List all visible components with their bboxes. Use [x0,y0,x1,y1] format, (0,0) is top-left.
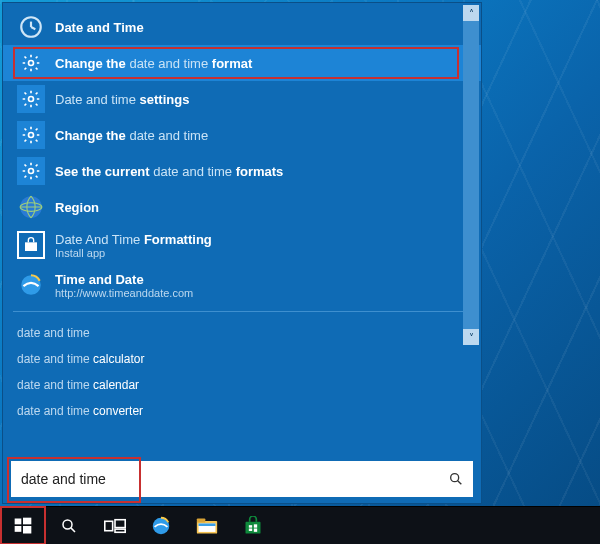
search-icon[interactable] [439,462,473,496]
scroll-down-button[interactable]: ˅ [463,329,479,345]
result-label: Date and time settings [55,92,189,107]
svg-rect-29 [254,524,257,527]
search-suggestion[interactable]: date and time [3,320,481,346]
search-suggestion[interactable]: date and time converter [3,398,481,424]
result-label: Region [55,200,99,215]
svg-line-2 [31,27,35,29]
taskbar [0,506,600,544]
search-result-item[interactable]: Date And Time FormattingInstall app [3,225,481,265]
result-subtitle: http://www.timeanddate.com [55,287,193,299]
svg-rect-30 [249,528,252,531]
taskbar-search-button[interactable] [46,507,92,544]
svg-point-5 [29,133,34,138]
search-bar[interactable] [11,461,473,497]
result-label: Time and Datehttp://www.timeanddate.com [55,272,193,299]
search-suggestion[interactable]: date and time calculator [3,346,481,372]
search-suggestions: date and timedate and time calculatordat… [3,318,481,426]
scroll-up-button[interactable]: ˄ [463,5,479,21]
svg-point-11 [451,474,459,482]
search-result-item[interactable]: Time and Datehttp://www.timeanddate.com [3,265,481,305]
search-result-item[interactable]: Date and Time [3,9,481,45]
result-label: Change the date and time [55,128,208,143]
result-label: See the current date and time formats [55,164,283,179]
search-result-item[interactable]: Change the date and time [3,117,481,153]
taskbar-store-button[interactable] [230,507,276,544]
gear-icon [17,157,45,185]
scrollbar[interactable]: ˄ ˅ [463,5,479,345]
svg-rect-20 [115,519,125,527]
start-search-panel: Date and TimeChange the date and time fo… [2,2,482,504]
svg-rect-19 [105,521,113,530]
svg-point-6 [29,169,34,174]
svg-rect-15 [15,526,22,532]
svg-rect-26 [199,523,216,526]
search-result-item[interactable]: Change the date and time format [3,45,481,81]
start-button[interactable] [0,507,46,544]
search-input[interactable] [11,462,439,496]
result-subtitle: Install app [55,247,212,259]
clock-icon [17,13,45,41]
search-suggestion[interactable]: date and time calendar [3,372,481,398]
svg-line-12 [458,481,462,485]
result-label: Change the date and time format [55,56,252,71]
svg-rect-28 [249,525,252,528]
svg-point-17 [63,520,72,529]
search-results: Date and TimeChange the date and time fo… [3,3,481,459]
result-label: Date and Time [55,20,144,35]
search-result-item[interactable]: Region [3,189,481,225]
svg-rect-16 [23,526,31,534]
svg-rect-27 [246,521,261,533]
result-label: Date And Time FormattingInstall app [55,232,212,259]
task-view-button[interactable] [92,507,138,544]
store-icon [17,231,45,259]
separator [13,311,471,312]
taskbar-ie-button[interactable] [138,507,184,544]
gear-icon [17,121,45,149]
svg-rect-14 [23,517,31,524]
ie-icon [17,271,45,299]
globe-icon [17,193,45,221]
svg-rect-13 [15,518,22,524]
svg-point-3 [29,61,34,66]
svg-rect-9 [25,242,37,251]
svg-line-18 [71,527,75,531]
svg-rect-31 [254,528,257,531]
search-result-item[interactable]: Date and time settings [3,81,481,117]
search-result-item[interactable]: See the current date and time formats [3,153,481,189]
svg-point-4 [29,97,34,102]
svg-rect-24 [197,518,205,522]
svg-rect-21 [115,529,125,532]
taskbar-explorer-button[interactable] [184,507,230,544]
gear-icon [17,85,45,113]
gear-icon [17,49,45,77]
